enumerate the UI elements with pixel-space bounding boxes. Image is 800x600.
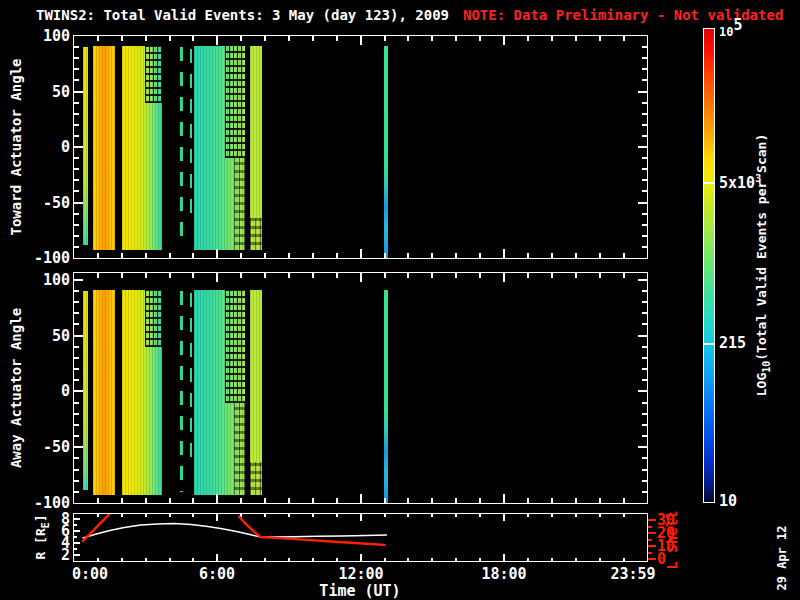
data-band [384,46,388,258]
angle-tick-label: 50 [24,83,70,101]
x-tick [527,36,529,41]
x-tick [97,498,99,503]
angle-tick [642,79,647,81]
x-tick [527,253,529,258]
speckle-overlay [250,218,262,251]
x-tick [503,249,505,258]
x-tick [479,273,481,278]
x-tick [169,273,171,278]
data-band [93,290,115,495]
angle-tick [642,480,647,482]
x-tick [145,498,147,503]
angle-tick [74,368,79,370]
data-band [122,46,163,250]
x-tick [240,36,242,41]
angle-tick [74,390,83,392]
x-tick [455,498,457,503]
x-tick [407,36,409,41]
colorbar-tick-dash [704,182,714,184]
angle-tick [642,312,647,314]
x-tick [145,273,147,278]
x-tick [407,273,409,278]
l-shell-tick [648,532,656,534]
angle-tick [74,312,79,314]
angle-tick [74,146,83,148]
x-tick [216,494,218,503]
x-tick [503,36,505,45]
angle-tick [642,246,647,248]
x-tick [431,498,433,503]
angle-tick [74,113,79,115]
l-shell-tick [648,519,656,521]
plot-figure: TWINS2: Total Valid Events: 3 May (day 1… [0,0,800,600]
x-tick [599,253,601,258]
x-tick [384,498,386,503]
angle-tick [642,157,647,159]
angle-tick [74,346,79,348]
angle-tick [74,157,79,159]
angle-tick-label: -50 [24,194,70,212]
angle-tick [74,335,83,337]
colorbar-tick-exponent: 3 [755,172,761,183]
angle-tick [74,457,79,459]
angle-tick [642,124,647,126]
angle-tick [74,124,79,126]
l-shell-tick [648,552,652,554]
toward-axis-title: Toward Actuator Angle [8,58,24,235]
x-tick-label: 18:00 [469,565,539,583]
angle-tick [642,368,647,370]
x-tick [455,253,457,258]
angle-tick [74,68,79,70]
data-band [190,293,193,458]
angle-tick [642,102,647,104]
angle-tick-label: 100 [24,27,70,45]
page-title: TWINS2: Total Valid Events: 3 May (day 1… [36,7,783,23]
x-tick [312,273,314,278]
x-tick [121,273,123,278]
x-tick [360,494,362,503]
x-tick [288,253,290,258]
angle-tick [642,435,647,437]
x-tick [575,273,577,278]
x-tick [479,498,481,503]
x-tick [455,273,457,278]
angle-tick [642,235,647,237]
colorbar-tick-dash [704,343,714,345]
x-tick [336,253,338,258]
angle-tick [638,446,647,448]
x-tick [121,253,123,258]
x-tick [145,36,147,41]
x-tick [336,36,338,41]
angle-tick [638,91,647,93]
x-tick [312,498,314,503]
data-band [194,46,245,250]
x-tick [336,498,338,503]
l-shell-line [238,516,385,545]
x-tick-label: 0:00 [55,565,125,583]
speckle-overlay [234,403,245,495]
angle-tick-label: -100 [24,249,70,267]
x-tick [145,253,147,258]
angle-tick [642,402,647,404]
colorbar-tick-base: 215 [719,334,746,352]
angle-tick-label: 100 [24,271,70,289]
x-tick [264,498,266,503]
angle-tick [74,469,79,471]
x-tick [216,36,218,45]
x-tick [431,273,433,278]
angle-tick [642,135,647,137]
angle-tick [638,146,647,148]
toward-spectrogram-panel [73,35,648,259]
data-band [194,290,245,495]
angle-tick [74,279,83,281]
r-distance-line [82,524,387,539]
data-band [250,290,262,495]
speckle-overlay [145,290,162,348]
x-tick [336,273,338,278]
speckle-overlay [225,290,245,403]
angle-tick [642,323,647,325]
data-band [93,46,115,250]
angle-tick [642,357,647,359]
x-tick [551,36,553,41]
x-tick [312,36,314,41]
